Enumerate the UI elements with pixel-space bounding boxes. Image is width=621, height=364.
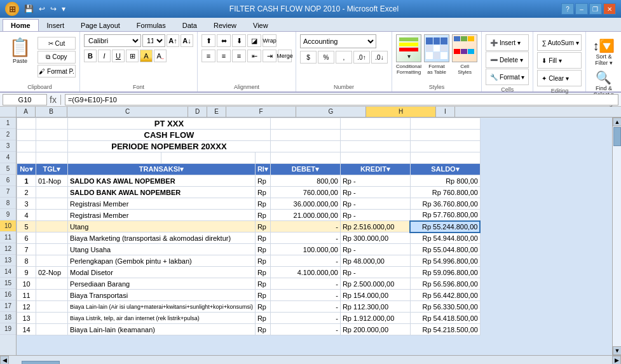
- col-header-b[interactable]: B: [36, 107, 67, 117]
- cell-b7[interactable]: [36, 187, 68, 198]
- col-header-h[interactable]: H: [366, 107, 436, 117]
- percent-button[interactable]: %: [318, 51, 334, 64]
- cell-h1[interactable]: [410, 118, 480, 130]
- increase-font-button[interactable]: A↑: [167, 34, 179, 47]
- cell-g17[interactable]: Rp 112.300,00: [340, 301, 410, 313]
- cell-a2[interactable]: [17, 130, 36, 141]
- cell-e18[interactable]: Rp: [255, 313, 270, 324]
- help-button[interactable]: ?: [561, 3, 574, 15]
- cell-f3[interactable]: [270, 141, 340, 152]
- cell-b18[interactable]: [36, 313, 68, 324]
- cell-c4[interactable]: [68, 152, 161, 164]
- cell-a6[interactable]: 1: [17, 175, 36, 187]
- cell-h17[interactable]: Rp 56.330.500,00: [410, 301, 480, 313]
- cell-h19[interactable]: Rp 54.218.500,00: [410, 324, 480, 335]
- wrap-text-button[interactable]: Wrap: [263, 34, 276, 47]
- scroll-up-button[interactable]: ▲: [613, 118, 621, 126]
- align-top-button[interactable]: ⬆: [201, 34, 215, 47]
- cell-g19[interactable]: Rp 200.000,00: [340, 324, 410, 335]
- cell-b9[interactable]: [36, 210, 68, 221]
- tab-view[interactable]: View: [245, 19, 276, 31]
- cell-f4[interactable]: [270, 152, 340, 164]
- cell-a8[interactable]: 3: [17, 198, 36, 210]
- cut-button[interactable]: ✂ Cut: [38, 37, 76, 50]
- increase-indent-button[interactable]: ⇥: [263, 50, 276, 62]
- cell-a10[interactable]: 5: [17, 221, 36, 233]
- row-num-15[interactable]: 15: [0, 278, 16, 289]
- cell-g9[interactable]: Rp -: [340, 210, 410, 221]
- cell-g15[interactable]: Rp 2.500.000,00: [340, 278, 410, 290]
- paste-button[interactable]: 📋 Paste: [4, 34, 36, 67]
- font-color-button[interactable]: A_: [154, 50, 167, 62]
- cell-e19[interactable]: Rp: [255, 324, 270, 335]
- cell-b13[interactable]: [36, 255, 68, 267]
- row-num-16[interactable]: 16: [0, 289, 16, 300]
- cell-h5[interactable]: SALDO▾: [410, 164, 480, 175]
- cell-c10[interactable]: Utang: [68, 221, 256, 233]
- cell-a7[interactable]: 2: [17, 187, 36, 198]
- cell-c17[interactable]: Biaya Lain-lain (Air isi ulang+materai+k…: [68, 301, 256, 313]
- scroll-h-thumb[interactable]: [22, 361, 60, 365]
- cell-h18[interactable]: Rp 54.418.500,00: [410, 313, 480, 324]
- decrease-indent-button[interactable]: ⇤: [247, 50, 261, 62]
- cell-g13[interactable]: Rp 48.000,00: [340, 255, 410, 267]
- cell-b6[interactable]: 01-Nop: [36, 175, 68, 187]
- cell-a4[interactable]: [17, 152, 36, 164]
- cell-f12[interactable]: 100.000,00: [270, 244, 340, 255]
- insert-cells-button[interactable]: ➕ Insert ▾: [486, 34, 529, 51]
- col-header-c[interactable]: C: [67, 107, 188, 117]
- cell-g12[interactable]: Rp -: [340, 244, 410, 255]
- cell-g3[interactable]: [340, 141, 410, 152]
- row-num-9[interactable]: 9: [0, 209, 16, 220]
- cell-b15[interactable]: [36, 278, 68, 290]
- cell-f5[interactable]: DEBET▾: [270, 164, 340, 175]
- col-header-a[interactable]: A: [17, 107, 36, 117]
- border-button[interactable]: ⊞: [126, 50, 139, 62]
- tab-page-layout[interactable]: Page Layout: [72, 19, 128, 31]
- cell-e15[interactable]: Rp: [255, 278, 270, 290]
- conditional-formatting-button[interactable]: ▾ ConditionalFormatting: [396, 34, 421, 75]
- minimize-button[interactable]: –: [575, 3, 588, 15]
- row-num-3[interactable]: 3: [0, 140, 16, 152]
- cell-c19[interactable]: Biaya Lain-lain (keamanan): [68, 324, 256, 335]
- cell-a3[interactable]: [17, 141, 36, 152]
- cell-c6[interactable]: SALDO KAS AWAL NOPEMBER: [68, 175, 256, 187]
- cell-e14[interactable]: Rp: [255, 267, 270, 278]
- cell-a18[interactable]: 13: [17, 313, 36, 324]
- row-num-17[interactable]: 17: [0, 300, 16, 312]
- cell-c18[interactable]: Biaya Listrik, telp, air dan internet (r…: [68, 313, 256, 324]
- row-num-4[interactable]: 4: [0, 152, 16, 163]
- cell-g6[interactable]: Rp -: [340, 175, 410, 187]
- cell-e5[interactable]: RI▾: [255, 164, 270, 175]
- cell-c1[interactable]: PT XXX: [68, 118, 271, 130]
- cell-f19[interactable]: -: [270, 324, 340, 335]
- tab-home[interactable]: Home: [3, 19, 39, 31]
- cell-c15[interactable]: Persediaan Barang: [68, 278, 256, 290]
- cell-g7[interactable]: Rp -: [340, 187, 410, 198]
- cell-b3[interactable]: [36, 141, 68, 152]
- align-left-button[interactable]: ≡: [201, 50, 215, 62]
- align-right-button[interactable]: ≡: [232, 50, 246, 62]
- cell-h15[interactable]: Rp 56.596.800,00: [410, 278, 480, 290]
- formula-input[interactable]: [65, 94, 618, 105]
- text-angle-button[interactable]: ◪: [247, 34, 261, 47]
- cell-g14[interactable]: Rp -: [340, 267, 410, 278]
- cell-g16[interactable]: Rp 154.000,00: [340, 290, 410, 301]
- decrease-font-button[interactable]: A↓: [181, 34, 193, 47]
- cell-c5[interactable]: TRANSAKSI▾: [68, 164, 256, 175]
- cell-c14[interactable]: Modal Disetor: [68, 267, 256, 278]
- sum-button[interactable]: ∑ AutoSum ▾: [537, 34, 582, 51]
- cell-e12[interactable]: Rp: [255, 244, 270, 255]
- cell-e4[interactable]: [255, 152, 270, 164]
- delete-cells-button[interactable]: ➖ Delete ▾: [486, 51, 529, 68]
- formula-expand-button[interactable]: fx: [50, 95, 57, 105]
- underline-button[interactable]: U: [112, 50, 125, 62]
- cell-b8[interactable]: [36, 198, 68, 210]
- cell-b1[interactable]: [36, 118, 68, 130]
- restore-button[interactable]: ❐: [589, 3, 602, 15]
- cell-g11[interactable]: Rp 300.000,00: [340, 233, 410, 244]
- cell-h12[interactable]: Rp 55.044.800,00: [410, 244, 480, 255]
- clear-button[interactable]: ✦ Clear ▾: [537, 70, 582, 86]
- fill-color-button[interactable]: A: [140, 50, 153, 62]
- format-painter-button[interactable]: 🖌 Format P.: [38, 65, 76, 78]
